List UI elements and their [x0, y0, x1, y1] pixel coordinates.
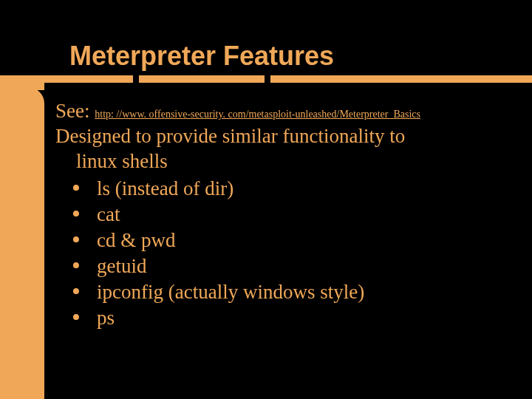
list-item: ls (instead of dir) [55, 176, 502, 202]
list-item: cd & pwd [55, 228, 502, 253]
description-line2: linux shells [55, 149, 502, 174]
list-item: cat [55, 202, 502, 228]
decor-side-bar [0, 87, 44, 399]
see-label: See: [55, 100, 90, 122]
bullet-list: ls (instead of dir) cat cd & pwd getuid … [55, 176, 502, 332]
slide-content: See: http: //www. offensive-security. co… [55, 100, 502, 331]
list-item: ipconfig (actually windows style) [55, 279, 502, 305]
decor-gap [265, 75, 270, 83]
reference-link[interactable]: http: //www. offensive-security. com/met… [95, 109, 420, 120]
decor-gap [133, 75, 139, 83]
slide-title: Meterpreter Features [69, 41, 334, 72]
list-item: ps [55, 305, 502, 331]
description-line1: Designed to provide similar functionalit… [55, 124, 502, 149]
list-item: getuid [55, 253, 502, 279]
see-line: See: http: //www. offensive-security. co… [55, 100, 502, 123]
